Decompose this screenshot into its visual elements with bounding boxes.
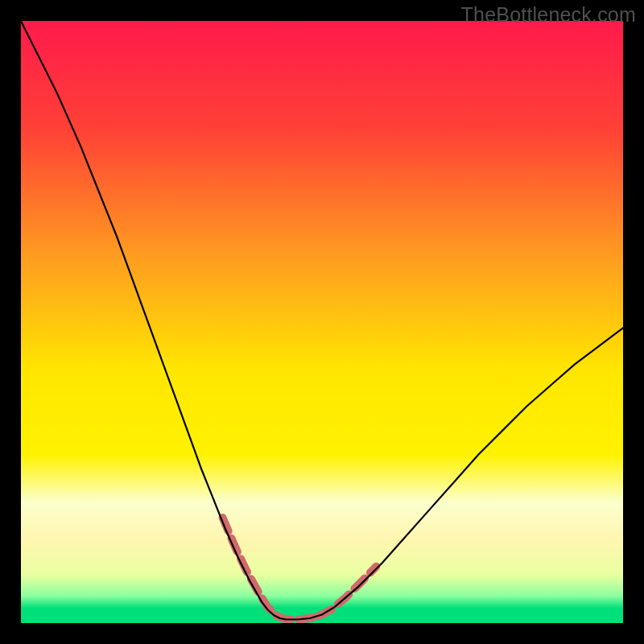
highlight-left-threshold: [223, 518, 277, 616]
series-bottleneck-curve: [21, 21, 623, 620]
plot-area: [21, 21, 623, 623]
curve-layer: [21, 21, 623, 623]
highlight-right-threshold: [319, 567, 376, 616]
chart-frame: TheBottleneck.com: [0, 0, 644, 644]
watermark-text: TheBottleneck.com: [461, 3, 636, 27]
